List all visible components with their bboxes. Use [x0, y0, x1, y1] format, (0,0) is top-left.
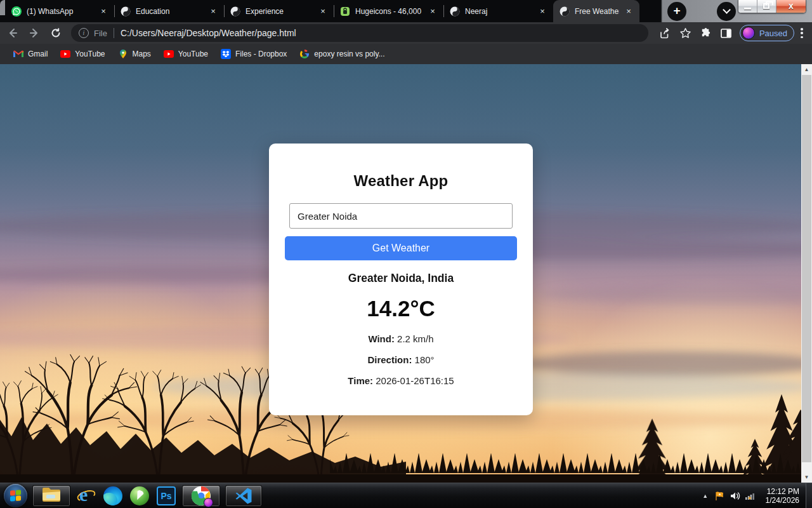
- bookmark-gmail[interactable]: Gmail: [8, 46, 53, 62]
- tab-close-icon[interactable]: ×: [207, 6, 219, 17]
- dropbox-icon: [221, 49, 231, 59]
- window-controls: x: [738, 0, 806, 13]
- close-icon: x: [776, 0, 806, 12]
- toolbar-actions: Paused: [655, 24, 808, 42]
- restore-button[interactable]: [757, 0, 776, 13]
- tab-close-icon[interactable]: ×: [317, 6, 329, 17]
- bookmark-star-icon[interactable]: [676, 24, 695, 42]
- get-weather-button[interactable]: Get Weather: [285, 236, 517, 260]
- reload-button[interactable]: [47, 24, 65, 42]
- menu-kebab-icon[interactable]: [801, 28, 803, 38]
- tab-close-icon[interactable]: ×: [98, 6, 109, 17]
- start-button[interactable]: [4, 484, 27, 507]
- chevron-down-icon: [723, 6, 731, 14]
- tab-title: Hugeicons - 46,000 F: [355, 7, 423, 16]
- tab-close-icon[interactable]: ×: [623, 6, 634, 17]
- maps-icon: [118, 49, 128, 59]
- show-desktop-button[interactable]: [806, 483, 812, 508]
- profile-avatar: [742, 27, 755, 39]
- bookmark-label: Maps: [133, 50, 151, 58]
- plus-icon: +: [673, 4, 680, 17]
- tab-title: Neeraj: [465, 7, 533, 16]
- taskbar-photoshop[interactable]: Ps: [155, 485, 177, 507]
- tab-whatsapp[interactable]: (1) WhatsApp ×: [5, 0, 114, 22]
- page-scrollbar[interactable]: ▲ ▼: [801, 64, 812, 483]
- globe-icon: [450, 6, 460, 17]
- time-row: Time: 2026-01-26T16:15: [285, 375, 517, 386]
- windows-logo-icon: [10, 490, 21, 501]
- tab-title: Education: [136, 7, 204, 16]
- close-button[interactable]: x: [776, 0, 806, 13]
- profile-button[interactable]: Paused: [740, 25, 794, 41]
- city-input[interactable]: [289, 203, 513, 229]
- youtube-icon: [60, 49, 70, 59]
- direction-label: Direction:: [367, 354, 412, 365]
- address-bar[interactable]: i File C:/Users/Neeraj/Desktop/Weather/p…: [71, 24, 648, 42]
- tab-neeraj[interactable]: Neeraj ×: [443, 0, 553, 22]
- taskbar-chrome[interactable]: [182, 485, 220, 507]
- taskbar-clock[interactable]: 12:12 PM 1/24/2026: [758, 487, 806, 505]
- taskbar-internet-explorer[interactable]: e: [75, 485, 97, 507]
- bookmark-label: YouTube: [75, 50, 105, 58]
- scroll-up-arrow[interactable]: ▲: [801, 64, 812, 75]
- file-scheme-label: File: [94, 29, 107, 38]
- action-center-flag-icon[interactable]: [712, 483, 728, 508]
- side-panel-icon[interactable]: [717, 24, 736, 42]
- scrollbar-thumb[interactable]: [802, 75, 811, 462]
- wind-value: 2.2 km/h: [397, 333, 434, 344]
- address-separator: [114, 28, 114, 38]
- tab-close-icon[interactable]: ×: [427, 6, 438, 17]
- network-icon[interactable]: [743, 483, 758, 508]
- extensions-puzzle-icon[interactable]: [697, 24, 716, 42]
- location-name: Greater Noida, India: [285, 272, 517, 285]
- bookmark-youtube-1[interactable]: YouTube: [55, 46, 110, 62]
- tab-title: (1) WhatsApp: [27, 7, 94, 16]
- tab-search-button[interactable]: [717, 2, 736, 21]
- sync-paused-label: Paused: [759, 29, 787, 38]
- bookmark-maps[interactable]: Maps: [112, 46, 157, 62]
- taskbar-corel-draw[interactable]: [129, 485, 150, 507]
- temperature-value: 14.2°C: [285, 295, 517, 322]
- tab-free-weather-app[interactable]: Free Weather App ×: [553, 0, 639, 22]
- taskbar-edge[interactable]: [102, 485, 124, 507]
- volume-icon[interactable]: [728, 483, 743, 508]
- chrome-profile-badge: [204, 498, 213, 507]
- photoshop-icon: Ps: [157, 486, 176, 505]
- minimize-icon: [744, 8, 751, 10]
- windows-taskbar: e Ps: [0, 483, 812, 508]
- taskbar-vscode[interactable]: [225, 485, 262, 507]
- direction-value: 180°: [415, 354, 435, 365]
- bookmark-dropbox[interactable]: Files - Dropbox: [215, 46, 292, 62]
- time-label: Time:: [348, 375, 373, 386]
- youtube-icon: [164, 49, 174, 59]
- internet-explorer-icon: e: [77, 486, 96, 505]
- app-title: Weather App: [285, 172, 517, 190]
- system-tray: ▲ 12:12 PM 1/24/2026: [698, 483, 812, 508]
- wind-row: Wind: 2.2 km/h: [285, 333, 517, 344]
- tab-experience[interactable]: Experience ×: [224, 0, 334, 22]
- bookmark-label: YouTube: [178, 50, 208, 58]
- taskbar-file-explorer[interactable]: [32, 485, 70, 507]
- forward-button[interactable]: [25, 24, 43, 42]
- bookmark-youtube-2[interactable]: YouTube: [158, 46, 214, 62]
- share-icon[interactable]: [656, 24, 675, 42]
- chrome-icon: [191, 486, 211, 506]
- minimize-button[interactable]: [738, 0, 757, 13]
- tab-close-icon[interactable]: ×: [537, 6, 548, 17]
- page-info-icon[interactable]: i: [79, 28, 89, 38]
- tab-title: Experience: [246, 7, 313, 16]
- restore-icon: [763, 3, 769, 9]
- browser-toolbar: i File C:/Users/Neeraj/Desktop/Weather/p…: [0, 22, 812, 44]
- tab-hugeicons[interactable]: Hugeicons - 46,000 F ×: [334, 0, 443, 22]
- clock-time: 12:12 PM: [766, 487, 799, 496]
- back-button[interactable]: [4, 24, 22, 42]
- new-tab-button[interactable]: +: [667, 2, 686, 21]
- address-url[interactable]: C:/Users/Neeraj/Desktop/Weather/page.htm…: [121, 28, 296, 38]
- time-value: 2026-01-26T16:15: [376, 375, 454, 386]
- scroll-down-arrow[interactable]: ▼: [801, 472, 812, 483]
- tab-education[interactable]: Education ×: [114, 0, 224, 22]
- bookmark-epoxy-search[interactable]: epoxy resin vs poly...: [294, 46, 390, 62]
- globe-icon: [560, 6, 570, 17]
- tray-expand-icon[interactable]: ▲: [698, 493, 712, 499]
- direction-row: Direction: 180°: [285, 354, 517, 365]
